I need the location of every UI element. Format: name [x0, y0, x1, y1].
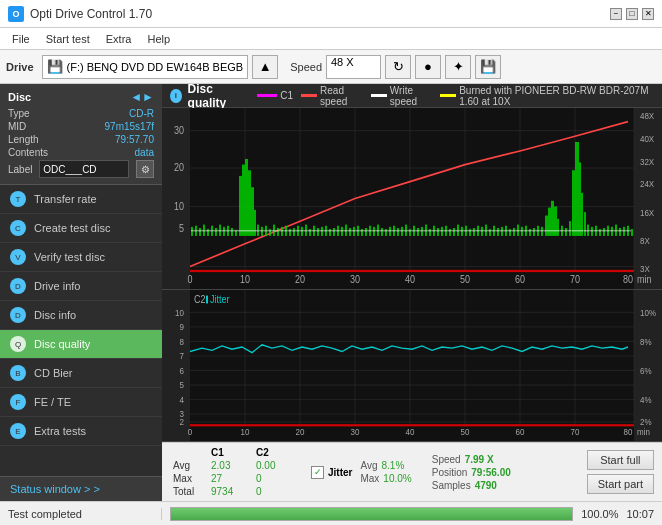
- start-part-button[interactable]: Start part: [587, 474, 654, 494]
- svg-text:70: 70: [571, 427, 580, 438]
- save-button[interactable]: 💾: [475, 55, 501, 79]
- svg-rect-74: [333, 228, 335, 236]
- svg-rect-49: [239, 176, 242, 236]
- sidebar-item-label-disc-info: Disc info: [34, 309, 76, 321]
- disc-label-input[interactable]: [39, 160, 129, 178]
- svg-rect-135: [572, 170, 575, 236]
- legend-burned-label: Burned with PIONEER BD-RW BDR-207M 1.60 …: [459, 85, 654, 107]
- jitter-checkbox[interactable]: ✓: [311, 466, 324, 479]
- sidebar-item-label-quality: Disc quality: [34, 338, 90, 350]
- disc-mid-label: MID: [8, 121, 26, 132]
- svg-rect-43: [215, 228, 217, 236]
- disc-info-icon: D: [10, 307, 26, 323]
- sidebar-item-fe-te[interactable]: F FE / TE: [0, 388, 162, 417]
- svg-rect-68: [309, 229, 311, 236]
- refresh-button[interactable]: ↻: [385, 55, 411, 79]
- create-test-disc-icon: C: [10, 220, 26, 236]
- menu-file[interactable]: File: [4, 31, 38, 47]
- progress-text: 100.0%: [581, 508, 618, 520]
- svg-rect-86: [381, 228, 383, 236]
- svg-text:20: 20: [296, 427, 305, 438]
- svg-rect-52: [248, 170, 251, 236]
- title-bar-controls: − □ ✕: [610, 8, 654, 20]
- legend-burned-color: [440, 94, 456, 97]
- action-buttons: Start full Start part: [587, 450, 654, 494]
- chart1: 30 20 10 5 48X 40X 32X 24X 16X 8X 3X 0 1…: [162, 108, 662, 289]
- svg-text:8%: 8%: [640, 336, 652, 347]
- drive-select[interactable]: 💾 (F:) BENQ DVD DD EW164B BEGB: [42, 55, 249, 79]
- svg-rect-124: [533, 228, 535, 236]
- svg-text:48X: 48X: [640, 111, 655, 122]
- svg-text:30: 30: [174, 124, 184, 136]
- svg-text:10%: 10%: [640, 307, 656, 318]
- svg-text:4: 4: [180, 395, 185, 406]
- jitter-section: ✓ Jitter Avg 8.1% Max 10.0%: [311, 460, 412, 484]
- speed-select[interactable]: 48 X: [326, 55, 381, 79]
- svg-text:8X: 8X: [640, 235, 650, 246]
- svg-rect-90: [397, 228, 399, 236]
- disc-panel-header: Disc ◄►: [8, 90, 154, 104]
- disc-button[interactable]: ●: [415, 55, 441, 79]
- samples-row: Samples 4790: [432, 480, 511, 491]
- close-button[interactable]: ✕: [642, 8, 654, 20]
- speed-row: Speed 7.99 X: [432, 454, 511, 465]
- svg-rect-119: [513, 228, 515, 236]
- svg-rect-60: [277, 228, 279, 236]
- legend-read-speed-color: [301, 94, 317, 97]
- start-full-button[interactable]: Start full: [587, 450, 654, 470]
- stats-max-label: Max: [170, 472, 208, 485]
- disc-length-label: Length: [8, 134, 39, 145]
- disc-label-btn[interactable]: ⚙: [136, 160, 154, 178]
- chart1-wrapper: 30 20 10 5 48X 40X 32X 24X 16X 8X 3X 0 1…: [162, 108, 662, 290]
- svg-rect-63: [289, 229, 291, 236]
- sidebar-item-drive-info[interactable]: D Drive info: [0, 272, 162, 301]
- svg-rect-113: [489, 229, 491, 236]
- minimize-button[interactable]: −: [610, 8, 622, 20]
- svg-rect-51: [245, 159, 248, 236]
- svg-rect-137: [578, 162, 581, 236]
- sidebar-item-extra-tests[interactable]: E Extra tests: [0, 417, 162, 446]
- svg-text:5: 5: [180, 380, 185, 391]
- menu-start-test[interactable]: Start test: [38, 31, 98, 47]
- svg-text:10: 10: [175, 307, 184, 318]
- sidebar-item-verify-test-disc[interactable]: V Verify test disc: [0, 243, 162, 272]
- svg-text:7: 7: [180, 351, 185, 362]
- stats-total-label: Total: [170, 485, 208, 498]
- menu-extra[interactable]: Extra: [98, 31, 140, 47]
- svg-text:2%: 2%: [640, 417, 652, 428]
- svg-text:4%: 4%: [640, 395, 652, 406]
- svg-text:0: 0: [188, 427, 193, 438]
- progress-bar-inner: [171, 508, 572, 520]
- svg-text:80: 80: [624, 427, 633, 438]
- maximize-button[interactable]: □: [626, 8, 638, 20]
- svg-rect-50: [242, 165, 245, 236]
- jitter-label: Jitter: [328, 467, 352, 478]
- sidebar-item-create-test-disc[interactable]: C Create test disc: [0, 214, 162, 243]
- svg-text:70: 70: [570, 274, 580, 286]
- sidebar: Disc ◄► Type CD-R MID 97m15s17f Length 7…: [0, 84, 162, 501]
- sidebar-item-cd-bier[interactable]: B CD Bier: [0, 359, 162, 388]
- svg-rect-39: [199, 228, 201, 236]
- svg-rect-134: [569, 221, 571, 236]
- samples-label: Samples: [432, 480, 471, 491]
- status-window-button[interactable]: Status window > >: [0, 476, 162, 501]
- sidebar-item-label-extra: Extra tests: [34, 425, 86, 437]
- menu-help[interactable]: Help: [139, 31, 178, 47]
- svg-rect-143: [599, 229, 601, 236]
- svg-rect-104: [453, 228, 455, 236]
- svg-rect-81: [361, 229, 363, 236]
- svg-text:32X: 32X: [640, 156, 655, 167]
- disc-contents-row: Contents data: [8, 147, 154, 158]
- charts-container: 30 20 10 5 48X 40X 32X 24X 16X 8X 3X 0 1…: [162, 108, 662, 442]
- svg-text:0: 0: [187, 274, 192, 286]
- content-area: i Disc quality C1 Read speed Write speed: [162, 84, 662, 501]
- sidebar-item-transfer-rate[interactable]: T Transfer rate: [0, 185, 162, 214]
- disc-arrows[interactable]: ◄►: [130, 90, 154, 104]
- sidebar-item-disc-quality[interactable]: Q Disc quality: [0, 330, 162, 359]
- burn-button[interactable]: ✦: [445, 55, 471, 79]
- title-bar: O Opti Drive Control 1.70 − □ ✕: [0, 0, 662, 28]
- disc-panel-title: Disc: [8, 91, 31, 103]
- sidebar-item-label-transfer: Transfer rate: [34, 193, 97, 205]
- eject-button[interactable]: ▲: [252, 55, 278, 79]
- sidebar-item-disc-info[interactable]: D Disc info: [0, 301, 162, 330]
